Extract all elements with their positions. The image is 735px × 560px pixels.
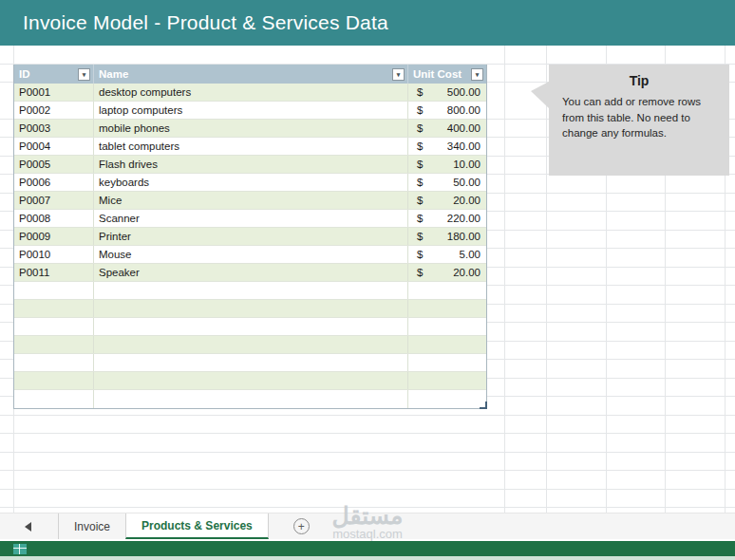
cell-name — [94, 318, 408, 335]
tip-body: You can add or remove rows from this tab… — [549, 88, 729, 141]
sheet-tab-bar: Invoice Products & Services + — [0, 513, 735, 539]
status-bar — [0, 541, 735, 556]
currency-symbol: $ — [417, 140, 423, 152]
cell-name — [94, 336, 408, 353]
cell-id: P0001 — [14, 84, 94, 101]
cell-id — [14, 390, 94, 408]
cell-id — [14, 372, 94, 389]
cell-id — [14, 336, 94, 353]
cell-name — [94, 372, 408, 389]
tip-callout-arrow — [531, 82, 549, 108]
cell-name — [94, 300, 408, 317]
tab-scroll-left-icon[interactable] — [25, 522, 31, 532]
cell-name: tablet computers — [94, 138, 408, 155]
cost-value: 10.00 — [453, 159, 481, 170]
table-row[interactable]: P0009 Printer $ 180.00 — [14, 228, 486, 246]
filter-dropdown-icon[interactable]: ▾ — [78, 68, 90, 81]
cell-name: Scanner — [94, 210, 408, 227]
cell-id: P0003 — [14, 120, 94, 137]
sheet-tab-products-services[interactable]: Products & Services — [125, 513, 269, 539]
table-row[interactable]: P0010 Mouse $ 5.00 — [14, 246, 486, 264]
table-empty-row[interactable] — [14, 372, 486, 390]
cell-id: P0006 — [14, 174, 94, 191]
cell-unit-cost: $ 20.00 — [408, 264, 486, 281]
table-row[interactable]: P0003 mobile phones $ 400.00 — [14, 120, 486, 138]
cell-name — [94, 354, 408, 371]
cost-value: 180.00 — [447, 231, 481, 242]
table-row[interactable]: P0005 Flash drives $ 10.00 — [14, 156, 486, 174]
cell-unit-cost — [408, 318, 486, 335]
table-body: P0001 desktop computers $ 500.00 P0002 l… — [14, 84, 486, 408]
cell-unit-cost: $ 500.00 — [408, 84, 486, 101]
table-row[interactable]: P0002 laptop computers $ 800.00 — [14, 102, 486, 120]
table-row[interactable]: P0011 Speaker $ 20.00 — [14, 264, 486, 282]
tip-callout: Tip You can add or remove rows from this… — [549, 65, 729, 176]
cell-unit-cost — [408, 300, 486, 317]
table-empty-row[interactable] — [14, 300, 486, 318]
cell-name: keyboards — [94, 174, 408, 191]
excel-window: Invoice Model - Product & Services Data … — [0, 0, 735, 560]
products-table: ID ▾ Name ▾ Unit Cost ▾ P0001 desktop co… — [13, 65, 487, 409]
cell-id: P0008 — [14, 210, 94, 227]
cell-unit-cost — [408, 336, 486, 353]
cell-name — [94, 282, 408, 299]
cell-id: P0005 — [14, 156, 94, 173]
cell-id — [14, 318, 94, 335]
table-header-row: ID ▾ Name ▾ Unit Cost ▾ — [14, 65, 486, 84]
cell-id: P0002 — [14, 102, 94, 119]
cell-name: Speaker — [94, 264, 408, 281]
cost-value: 20.00 — [453, 195, 481, 206]
cell-id: P0007 — [14, 192, 94, 209]
cost-value: 50.00 — [453, 177, 481, 188]
cell-name — [94, 390, 408, 408]
cost-value: 220.00 — [447, 213, 481, 224]
add-sheet-button[interactable]: + — [293, 518, 310, 534]
worksheet-title-bar: Invoice Model - Product & Services Data — [0, 0, 735, 46]
column-header-name: Name ▾ — [94, 65, 408, 84]
cost-value: 340.00 — [447, 140, 481, 152]
table-row[interactable]: P0008 Scanner $ 220.00 — [14, 210, 486, 228]
cell-unit-cost: $ 800.00 — [408, 102, 486, 119]
cell-id — [14, 300, 94, 317]
cell-name: mobile phones — [94, 120, 408, 137]
table-empty-row[interactable] — [14, 336, 486, 354]
sheet-tab-invoice[interactable]: Invoice — [58, 513, 125, 539]
cell-id: P0009 — [14, 228, 94, 245]
currency-symbol: $ — [417, 195, 423, 206]
cell-unit-cost — [408, 390, 486, 408]
cell-name: Printer — [94, 228, 408, 245]
sheet-tab-label: Invoice — [74, 520, 110, 533]
cost-value: 20.00 — [453, 267, 481, 278]
cost-value: 5.00 — [460, 249, 481, 260]
cell-unit-cost — [408, 372, 486, 389]
cell-unit-cost: $ 340.00 — [408, 138, 486, 155]
table-row[interactable]: P0001 desktop computers $ 500.00 — [14, 84, 486, 102]
cost-value: 500.00 — [447, 86, 481, 98]
cell-id: P0010 — [14, 246, 94, 263]
table-empty-row[interactable] — [14, 390, 486, 408]
currency-symbol: $ — [417, 86, 423, 98]
cell-id — [14, 354, 94, 371]
cell-name: desktop computers — [94, 84, 408, 101]
cell-id: P0011 — [14, 264, 94, 281]
gridline — [504, 46, 505, 513]
currency-symbol: $ — [417, 213, 423, 224]
table-resize-handle[interactable] — [480, 401, 487, 409]
table-row[interactable]: P0007 Mice $ 20.00 — [14, 192, 486, 210]
table-empty-row[interactable] — [14, 354, 486, 372]
cost-value: 400.00 — [447, 122, 481, 134]
cell-id: P0004 — [14, 138, 94, 155]
table-row[interactable]: P0004 tablet computers $ 340.00 — [14, 138, 486, 156]
cell-unit-cost: $ 20.00 — [408, 192, 486, 209]
filter-dropdown-icon[interactable]: ▾ — [392, 68, 405, 81]
filter-dropdown-icon[interactable]: ▾ — [471, 68, 483, 81]
table-empty-row[interactable] — [14, 318, 486, 336]
cell-unit-cost: $ 5.00 — [408, 246, 486, 263]
column-header-unit-cost: Unit Cost ▾ — [408, 65, 486, 84]
table-empty-row[interactable] — [14, 282, 486, 300]
tip-title: Tip — [549, 65, 729, 88]
table-row[interactable]: P0006 keyboards $ 50.00 — [14, 174, 486, 192]
column-header-unit-cost-label: Unit Cost — [413, 68, 462, 80]
cell-unit-cost — [408, 354, 486, 371]
gridline — [546, 46, 547, 513]
